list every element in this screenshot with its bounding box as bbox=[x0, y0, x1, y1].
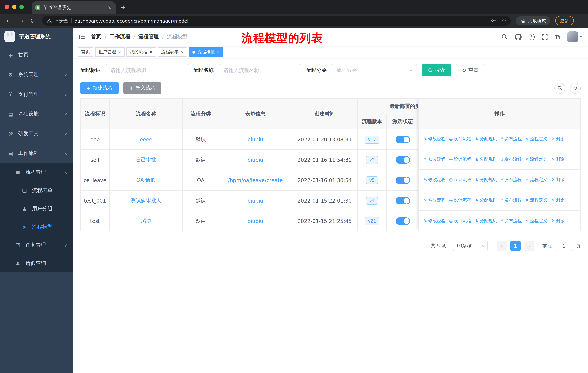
next-page-button[interactable] bbox=[524, 241, 535, 251]
process-name-link[interactable]: 滔博 bbox=[141, 218, 151, 223]
action-design-process[interactable]: ◎设计流程 bbox=[449, 177, 471, 183]
form-link[interactable]: /bpm/oa/leave/create bbox=[228, 177, 283, 183]
action-publish-process[interactable]: ☝发布流程 bbox=[501, 136, 522, 142]
tag-process-form[interactable]: 流程表单 bbox=[158, 47, 187, 57]
github-icon[interactable] bbox=[514, 33, 522, 40]
reload-button[interactable] bbox=[28, 17, 37, 24]
close-icon[interactable] bbox=[217, 50, 220, 54]
form-link[interactable]: biubiu bbox=[248, 198, 263, 203]
action-publish-process[interactable]: ☝发布流程 bbox=[501, 177, 522, 183]
action-edit-process[interactable]: ✎修改流程 bbox=[424, 136, 445, 142]
action-edit-process[interactable]: ✎修改流程 bbox=[424, 177, 445, 183]
action-process-definition[interactable]: ⚭流程定义 bbox=[525, 136, 547, 142]
sidebar-item-system-management[interactable]: ⚙ 系统管理 bbox=[0, 65, 73, 84]
sidebar-item-user-group[interactable]: ♟ 用户分组 bbox=[0, 200, 73, 218]
tab-close-icon[interactable] bbox=[108, 5, 112, 10]
form-link[interactable]: biubiu bbox=[248, 136, 263, 142]
sidebar-collapse-icon[interactable] bbox=[79, 34, 85, 40]
create-process-button[interactable]: 新建流程 bbox=[80, 82, 119, 94]
close-icon[interactable] bbox=[118, 50, 121, 54]
sidebar-item-task-management[interactable]: ☑ 任务管理 bbox=[0, 236, 73, 254]
action-design-process[interactable]: ◎设计流程 bbox=[449, 218, 471, 224]
action-process-definition[interactable]: ⚭流程定义 bbox=[525, 156, 547, 162]
sidebar-item-dev-tools[interactable]: ⚒ 研发工具 bbox=[0, 124, 73, 143]
refresh-table-button[interactable] bbox=[570, 83, 581, 94]
browser-menu-icon[interactable] bbox=[578, 18, 584, 24]
close-icon[interactable] bbox=[149, 50, 153, 54]
action-assign-rule[interactable]: ♟分配规则 bbox=[475, 197, 497, 203]
action-delete[interactable]: ⚱删除 bbox=[551, 197, 564, 203]
sidebar-item-payment-management[interactable]: ¥ 支付管理 bbox=[0, 84, 73, 104]
reset-button[interactable]: 重置 bbox=[456, 64, 484, 77]
prev-page-button[interactable] bbox=[496, 241, 507, 251]
goto-page-input[interactable] bbox=[556, 241, 572, 251]
action-assign-rule[interactable]: ♟分配规则 bbox=[475, 218, 497, 224]
process-name-link[interactable]: eeee bbox=[140, 136, 152, 142]
action-design-process[interactable]: ◎设计流程 bbox=[449, 136, 471, 142]
status-toggle[interactable] bbox=[395, 176, 410, 184]
tag-tenant-management[interactable]: 租户管理 bbox=[95, 47, 125, 57]
window-zoom-button[interactable] bbox=[19, 5, 24, 9]
import-process-button[interactable]: 导入流程 bbox=[123, 82, 161, 94]
sidebar-item-process-management[interactable]: ≡ 流程管理 bbox=[0, 163, 73, 181]
sidebar-item-infrastructure[interactable]: ▤ 基础设施 bbox=[0, 104, 73, 124]
action-design-process[interactable]: ◎设计流程 bbox=[449, 156, 471, 162]
action-publish-process[interactable]: ☝发布流程 bbox=[501, 156, 522, 162]
tag-process-model[interactable]: 流程模型 bbox=[189, 47, 223, 57]
action-publish-process[interactable]: ☝发布流程 bbox=[501, 197, 522, 203]
process-name-link[interactable]: 测试多审批人 bbox=[131, 197, 161, 203]
breadcrumb-workflow[interactable]: 工作流程 bbox=[110, 33, 130, 40]
form-link[interactable]: biubiu bbox=[248, 218, 263, 224]
close-icon[interactable] bbox=[180, 50, 184, 54]
font-size-icon[interactable] bbox=[555, 33, 560, 40]
action-edit-process[interactable]: ✎修改流程 bbox=[424, 197, 445, 203]
window-close-button[interactable] bbox=[5, 5, 9, 9]
action-delete[interactable]: ⚱删除 bbox=[551, 136, 564, 142]
process-name-link[interactable]: OA 请假 bbox=[136, 177, 156, 183]
action-assign-rule[interactable]: ♟分配规则 bbox=[475, 177, 497, 183]
action-process-definition[interactable]: ⚭流程定义 bbox=[525, 197, 547, 203]
action-edit-process[interactable]: ✎修改流程 bbox=[424, 156, 445, 162]
form-link[interactable]: biubiu bbox=[248, 157, 263, 163]
window-minimize-button[interactable] bbox=[12, 5, 16, 9]
browser-update-button[interactable]: 更新 bbox=[555, 16, 574, 26]
address-bar[interactable]: 不安全 dashboard.yudao.iocoder.cn/bpm/manag… bbox=[42, 16, 511, 26]
browser-tab[interactable]: 芋道管理系统 bbox=[32, 1, 116, 14]
breadcrumb-home[interactable]: 首页 bbox=[91, 33, 101, 40]
status-toggle[interactable] bbox=[395, 197, 410, 204]
status-toggle[interactable] bbox=[395, 217, 410, 225]
action-assign-rule[interactable]: ♟分配规则 bbox=[475, 156, 497, 162]
process-name-link[interactable]: 自己审批 bbox=[136, 156, 156, 162]
action-edit-process[interactable]: ✎修改流程 bbox=[424, 218, 445, 224]
action-design-process[interactable]: ◎设计流程 bbox=[449, 197, 471, 203]
page-number-button[interactable]: 1 bbox=[510, 241, 521, 251]
action-delete[interactable]: ⚱删除 bbox=[551, 177, 564, 183]
status-toggle[interactable] bbox=[395, 156, 410, 163]
search-icon[interactable] bbox=[501, 33, 508, 40]
bookmark-star-icon[interactable] bbox=[501, 18, 506, 24]
new-tab-button[interactable] bbox=[121, 4, 126, 11]
password-key-icon[interactable] bbox=[491, 18, 496, 24]
help-icon[interactable] bbox=[528, 34, 535, 40]
page-size-select[interactable]: 10条/页 bbox=[453, 241, 488, 251]
action-publish-process[interactable]: ☝发布流程 bbox=[501, 218, 522, 224]
tag-my-process[interactable]: 我的流程 bbox=[126, 47, 156, 57]
process-category-select[interactable]: 流程分类 bbox=[332, 64, 417, 77]
sidebar-item-process-model[interactable]: ➤ 流程模型 bbox=[0, 218, 73, 236]
toggle-search-button[interactable] bbox=[555, 83, 565, 94]
action-process-definition[interactable]: ⚭流程定义 bbox=[525, 177, 547, 183]
action-delete[interactable]: ⚱删除 bbox=[551, 218, 564, 224]
search-button[interactable]: 搜索 bbox=[422, 64, 451, 77]
sidebar-item-leave-query[interactable]: ♟ 请假查询 bbox=[0, 254, 73, 272]
sidebar-item-workflow[interactable]: ▣ 工作流程 bbox=[0, 143, 73, 163]
fullscreen-icon[interactable] bbox=[542, 34, 548, 40]
process-name-input[interactable] bbox=[219, 64, 301, 77]
action-delete[interactable]: ⚱删除 bbox=[551, 156, 564, 162]
back-button[interactable] bbox=[4, 17, 14, 24]
user-avatar[interactable] bbox=[567, 31, 582, 42]
status-toggle[interactable] bbox=[395, 136, 410, 143]
tag-home[interactable]: 首页 bbox=[78, 47, 93, 57]
action-process-definition[interactable]: ⚭流程定义 bbox=[525, 218, 547, 224]
action-assign-rule[interactable]: ♟分配规则 bbox=[475, 136, 497, 142]
sidebar-item-home[interactable]: ◉ 首页 bbox=[0, 45, 73, 65]
